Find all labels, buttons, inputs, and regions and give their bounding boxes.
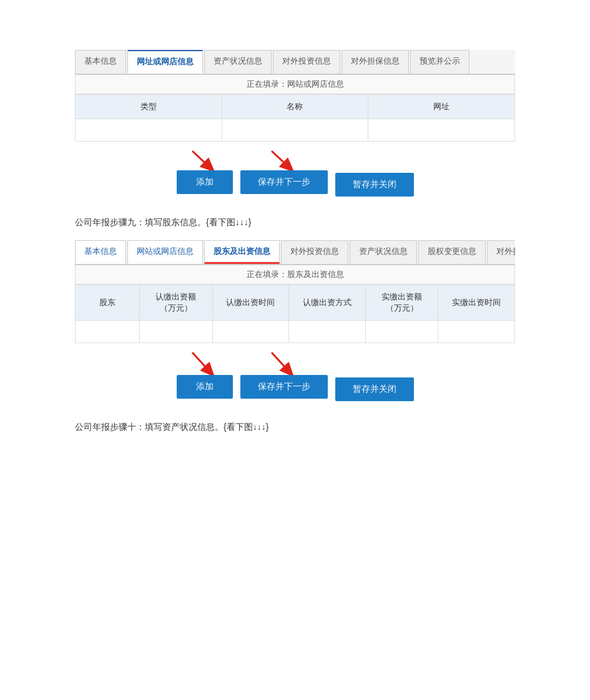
cell-type — [76, 119, 222, 142]
shareholder-info-table: 股东 认缴出资额（万元） 认缴出资时间 认缴出资方式 实缴出资额（万元） 实缴出… — [75, 284, 515, 343]
col-paid-time: 实缴出资时间 — [438, 285, 515, 321]
tab2-asset-info[interactable]: 资产状况信息 — [350, 240, 417, 264]
arrow-save-group: 保存并下一步 — [240, 148, 328, 197]
svg-line-7 — [272, 352, 292, 374]
arrow-add-icon-2 — [186, 349, 224, 377]
website-info-table: 类型 名称 网址 — [75, 94, 515, 142]
cell-shareholder — [76, 321, 140, 343]
cell-subscribed-method — [289, 321, 366, 343]
table-row — [76, 321, 515, 343]
svg-line-3 — [272, 151, 292, 170]
tab2-shareholder-info[interactable]: 股东及出资信息 — [204, 240, 280, 264]
tab-asset-info[interactable]: 资产状况信息 — [204, 50, 272, 74]
tab-bar-2: 基本信息 网站或网店信息 股东及出资信息 对外投资信息 资产状况信息 股权变更信… — [75, 240, 515, 265]
tab-basic-info[interactable]: 基本信息 — [75, 50, 126, 74]
cell-url — [368, 119, 515, 142]
col-paid-amount: 实缴出资额（万元） — [365, 285, 438, 321]
table-row — [76, 119, 515, 142]
arrow-save-icon-2 — [265, 349, 303, 377]
svg-line-5 — [192, 352, 212, 374]
col-subscribed-time: 认缴出资时间 — [212, 285, 289, 321]
section-shareholder-info: 基本信息 网站或网店信息 股东及出资信息 对外投资信息 资产状况信息 股权变更信… — [75, 240, 515, 401]
col-name: 名称 — [222, 95, 368, 119]
col-url: 网址 — [368, 95, 515, 119]
tab2-website-info[interactable]: 网站或网店信息 — [127, 240, 203, 264]
arrow-save-icon — [265, 148, 303, 173]
step10-text: 公司年报步骤十：填写资产状况信息。{看下图↓↓↓} — [75, 420, 515, 434]
cell-subscribed-time — [212, 321, 289, 343]
arrow-add-group: 添加 — [177, 148, 233, 197]
tab-investment-info[interactable]: 对外投资信息 — [273, 50, 340, 74]
cell-name — [222, 119, 368, 142]
temp-save-button-1[interactable]: 暂存并关闭 — [335, 173, 414, 197]
status-bar-1: 正在填录：网站或网店信息 — [75, 75, 515, 94]
cell-subscribed-amount — [140, 321, 212, 343]
tab-website-info[interactable]: 网址或网店信息 — [127, 50, 203, 74]
tab2-external[interactable]: 对外担 — [487, 240, 515, 264]
col-shareholder: 股东 — [76, 285, 140, 321]
tab-guarantee-info[interactable]: 对外担保信息 — [342, 50, 409, 74]
arrow-add-group-2: 添加 — [177, 349, 233, 401]
svg-line-1 — [192, 151, 212, 170]
arrow-add-icon — [186, 148, 224, 173]
add-button-2[interactable]: 添加 — [177, 375, 233, 399]
tab2-equity-change[interactable]: 股权变更信息 — [418, 240, 486, 264]
add-button-1[interactable]: 添加 — [177, 170, 233, 194]
tab2-basic-info[interactable]: 基本信息 — [75, 240, 126, 264]
cell-paid-time — [438, 321, 515, 343]
save-next-button-2[interactable]: 保存并下一步 — [240, 375, 328, 399]
tab-preview[interactable]: 预览并公示 — [410, 50, 470, 74]
temp-save-button-2[interactable]: 暂存并关闭 — [335, 377, 414, 401]
status-bar-2: 正在填录：股东及出资信息 — [75, 265, 515, 284]
section-website-info: 基本信息 网址或网店信息 资产状况信息 对外投资信息 对外担保信息 预览并公示 … — [75, 50, 515, 197]
tab2-investment-info[interactable]: 对外投资信息 — [281, 240, 348, 264]
col-type: 类型 — [76, 95, 222, 119]
step9-text: 公司年报步骤九：填写股东信息。{看下图↓↓↓} — [75, 215, 515, 229]
temp-save-group-1: 暂存并关闭 — [335, 148, 414, 197]
col-subscribed-amount: 认缴出资额（万元） — [140, 285, 212, 321]
temp-save-group-2: 暂存并关闭 — [335, 349, 414, 401]
save-next-button-1[interactable]: 保存并下一步 — [240, 170, 328, 194]
tab-bar-1: 基本信息 网址或网店信息 资产状况信息 对外投资信息 对外担保信息 预览并公示 — [75, 50, 515, 75]
col-subscribed-method: 认缴出资方式 — [289, 285, 366, 321]
cell-paid-amount — [365, 321, 438, 343]
page-wrapper: 基本信息 网址或网店信息 资产状况信息 对外投资信息 对外担保信息 预览并公示 … — [0, 0, 590, 700]
arrow-save-group-2: 保存并下一步 — [240, 349, 328, 401]
